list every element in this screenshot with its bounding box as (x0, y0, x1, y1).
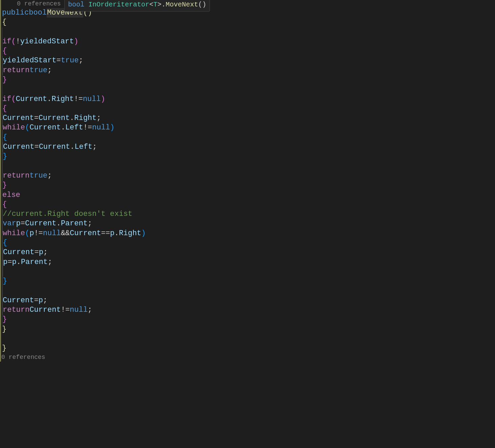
code-line[interactable]: while(p != null && Current == p.Right) (0, 229, 495, 238)
code-line[interactable]: else (0, 190, 495, 200)
code-line[interactable]: //current.Right doesn't exist (0, 209, 495, 219)
code-line[interactable]: if(!yieldedStart) (0, 37, 495, 46)
code-line[interactable]: return Current != null; (0, 305, 495, 315)
codelens-bottom[interactable]: 0 references (0, 353, 495, 362)
signature-tooltip: bool InOrderiterator<T>.MoveNext() (64, 0, 210, 12)
code-line[interactable] (0, 286, 495, 296)
code-line[interactable]: yieldedStart = true; (0, 56, 495, 65)
code-line[interactable]: Current = p; (0, 296, 495, 305)
code-line[interactable]: Current = Current.Right; (0, 114, 495, 123)
code-line[interactable]: Current = p; (0, 248, 495, 257)
tooltip-keyword: bool (68, 1, 84, 8)
code-area[interactable]: 0 references public bool MoveNext() { if… (0, 0, 495, 362)
code-line[interactable]: Current = Current.Left; (0, 142, 495, 152)
code-line[interactable] (0, 27, 495, 37)
code-line[interactable]: } (0, 181, 495, 190)
code-line[interactable] (0, 162, 495, 171)
tooltip-type: InOrderiterator (88, 1, 149, 8)
code-line[interactable]: } (0, 315, 495, 325)
code-line[interactable]: var p = Current.Parent; (0, 219, 495, 229)
code-line[interactable]: } (0, 75, 495, 85)
code-editor[interactable]: bool InOrderiterator<T>.MoveNext() 0 ref… (0, 0, 495, 362)
code-line[interactable] (0, 267, 495, 277)
code-line[interactable]: } (0, 152, 495, 161)
code-line[interactable]: } (0, 325, 495, 334)
code-line[interactable]: { (0, 133, 495, 142)
code-line[interactable]: { (0, 104, 495, 114)
code-line[interactable]: { (0, 238, 495, 248)
code-line[interactable]: while(Current.Left != null) (0, 123, 495, 133)
comment: //current.Right doesn't exist (3, 209, 132, 219)
code-line[interactable] (0, 85, 495, 94)
code-line[interactable]: return true; (0, 171, 495, 181)
code-line[interactable] (0, 334, 495, 344)
code-line[interactable]: { (0, 46, 495, 56)
code-line[interactable]: return true; (0, 66, 495, 75)
code-line[interactable]: { (0, 18, 495, 27)
tooltip-method: MoveNext (166, 1, 198, 8)
code-line[interactable]: { (0, 200, 495, 209)
code-line[interactable]: } (0, 344, 495, 353)
code-line[interactable]: if (Current.Right != null) (0, 95, 495, 104)
code-line[interactable]: } (0, 277, 495, 286)
code-line[interactable]: p = p.Parent; (0, 258, 495, 267)
